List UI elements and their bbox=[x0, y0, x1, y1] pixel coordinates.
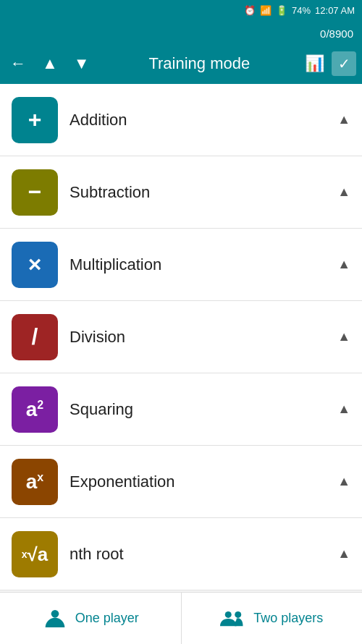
status-bar: ⏰ 📶 🔋 74% 12:07 AM bbox=[0, 0, 362, 20]
multiplication-label: Multiplication bbox=[70, 255, 326, 274]
exponentiation-icon: ax bbox=[12, 459, 58, 505]
operations-list: + Addition ▲ − Subtraction ▲ × Multiplic… bbox=[0, 84, 362, 592]
toolbar-score-row: 0/8900 bbox=[6, 20, 356, 43]
addition-chevron: ▲ bbox=[337, 112, 350, 127]
back-button[interactable]: ← bbox=[6, 51, 30, 76]
operation-row-addition[interactable]: + Addition ▲ bbox=[0, 84, 362, 156]
clock: 12:07 AM bbox=[315, 5, 355, 16]
two-players-label: Two players bbox=[253, 611, 323, 626]
subtraction-label: Subtraction bbox=[70, 183, 326, 202]
squaring-icon: a2 bbox=[12, 386, 58, 433]
svg-point-2 bbox=[235, 611, 241, 617]
toolbar: 0/8900 ← ▲ ▼ Training mode 📊 ✓ bbox=[0, 20, 362, 84]
exponentiation-chevron: ▲ bbox=[337, 474, 350, 489]
exponentiation-label: Exponentiation bbox=[70, 473, 326, 491]
nthroot-icon: x√a bbox=[12, 531, 58, 577]
operation-row-multiplication[interactable]: × Multiplication ▲ bbox=[0, 229, 362, 301]
down-button[interactable]: ▼ bbox=[70, 51, 94, 76]
subtraction-icon: − bbox=[12, 169, 58, 216]
operation-row-nthroot[interactable]: x√a nth root ▲ bbox=[0, 518, 362, 590]
multiplication-chevron: ▲ bbox=[337, 257, 350, 272]
addition-label: Addition bbox=[70, 111, 326, 130]
squaring-chevron: ▲ bbox=[337, 402, 350, 417]
division-chevron: ▲ bbox=[337, 329, 350, 344]
up-button[interactable]: ▲ bbox=[38, 51, 62, 76]
bottom-bar: One player Two players bbox=[0, 592, 362, 644]
checkbox-icon[interactable]: ✓ bbox=[332, 51, 356, 76]
two-players-button[interactable]: Two players bbox=[182, 593, 363, 644]
toolbar-main-row: ← ▲ ▼ Training mode 📊 ✓ bbox=[6, 43, 356, 84]
one-player-icon bbox=[42, 606, 68, 632]
operation-row-subtraction[interactable]: − Subtraction ▲ bbox=[0, 156, 362, 229]
division-label: Division bbox=[70, 328, 326, 347]
score-display: 0/8900 bbox=[320, 27, 353, 40]
bar-chart-icon[interactable]: 📊 bbox=[305, 54, 324, 73]
multiplication-icon: × bbox=[12, 242, 58, 288]
one-player-label: One player bbox=[75, 611, 139, 626]
two-players-icon bbox=[220, 606, 246, 632]
nthroot-chevron: ▲ bbox=[337, 546, 350, 562]
signal-icon: 📶 bbox=[260, 5, 272, 16]
one-player-button[interactable]: One player bbox=[0, 593, 182, 644]
squaring-label: Squaring bbox=[70, 400, 326, 419]
division-icon: / bbox=[12, 314, 58, 360]
battery-icon: 🔋 bbox=[276, 5, 287, 16]
nthroot-label: nth root bbox=[70, 545, 326, 564]
svg-point-0 bbox=[51, 610, 59, 618]
battery-percent: 74% bbox=[292, 5, 311, 16]
operation-row-squaring[interactable]: a2 Squaring ▲ bbox=[0, 373, 362, 446]
addition-icon: + bbox=[12, 97, 58, 143]
operation-row-division[interactable]: / Division ▲ bbox=[0, 301, 362, 373]
subtraction-chevron: ▲ bbox=[337, 185, 350, 200]
toolbar-title: Training mode bbox=[101, 54, 298, 73]
svg-point-1 bbox=[225, 611, 232, 617]
alarm-icon: ⏰ bbox=[244, 5, 256, 16]
operation-row-exponentiation[interactable]: ax Exponentiation ▲ bbox=[0, 446, 362, 518]
